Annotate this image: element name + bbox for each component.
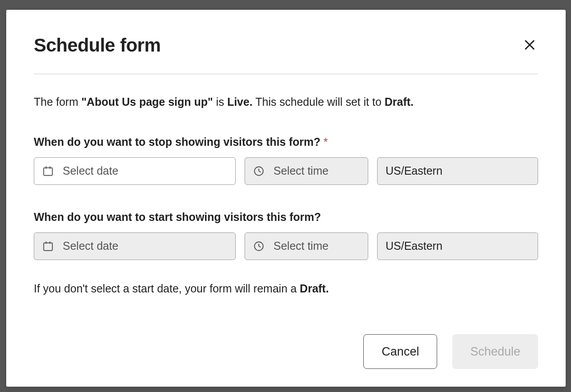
stop-input-row: Select date Select time US/Eastern <box>34 157 538 185</box>
stop-date-field[interactable]: Select date <box>34 157 236 185</box>
calendar-icon <box>42 165 54 177</box>
start-time-placeholder: Select time <box>273 240 329 252</box>
stop-section-label: When do you want to stop showing visitor… <box>34 136 538 148</box>
modal-header: Schedule form <box>34 35 538 74</box>
hint-bold: Draft. <box>300 282 329 295</box>
status-target: Draft. <box>385 96 414 108</box>
status-prefix: The form <box>34 96 81 108</box>
status-mid2: This schedule will set it to <box>253 96 385 108</box>
stop-time-placeholder: Select time <box>273 164 329 177</box>
start-input-row: Select date Select time US/Eastern <box>34 232 538 260</box>
status-form-name: "About Us page sign up" <box>81 96 213 108</box>
start-time-field[interactable]: Select time <box>245 232 368 260</box>
stop-label-text: When do you want to stop showing visitor… <box>34 136 320 148</box>
modal-title: Schedule form <box>34 35 161 56</box>
svg-rect-8 <box>44 243 52 250</box>
stop-timezone-field[interactable]: US/Eastern <box>377 157 538 185</box>
close-button[interactable] <box>521 36 538 53</box>
cancel-button[interactable]: Cancel <box>363 334 437 369</box>
start-label-text: When do you want to start showing visito… <box>34 211 321 223</box>
stop-date-placeholder: Select date <box>63 164 118 177</box>
required-indicator: * <box>323 136 328 148</box>
status-line: The form "About Us page sign up" is Live… <box>34 94 538 111</box>
start-date-placeholder: Select date <box>63 240 118 252</box>
start-timezone-value: US/Eastern <box>386 240 442 252</box>
stop-time-field[interactable]: Select time <box>245 157 368 185</box>
start-timezone-field[interactable]: US/Eastern <box>377 232 538 260</box>
button-row: Cancel Schedule <box>34 316 538 369</box>
svg-rect-2 <box>44 168 52 175</box>
start-date-field[interactable]: Select date <box>34 232 236 260</box>
close-icon <box>523 38 536 52</box>
clock-icon <box>253 240 265 252</box>
svg-line-7 <box>259 171 261 172</box>
status-mid1: is <box>213 96 227 108</box>
start-section-label: When do you want to start showing visito… <box>34 211 538 224</box>
hint-prefix: If you don't select a start date, your f… <box>34 282 300 295</box>
clock-icon <box>253 165 265 177</box>
status-state: Live. <box>227 96 253 108</box>
svg-line-13 <box>259 246 261 247</box>
schedule-form-modal: Schedule form The form "About Us page si… <box>6 10 566 387</box>
stop-timezone-value: US/Eastern <box>386 164 442 177</box>
schedule-button[interactable]: Schedule <box>452 334 538 369</box>
hint-text: If you don't select a start date, your f… <box>34 280 538 297</box>
calendar-icon <box>42 240 54 252</box>
